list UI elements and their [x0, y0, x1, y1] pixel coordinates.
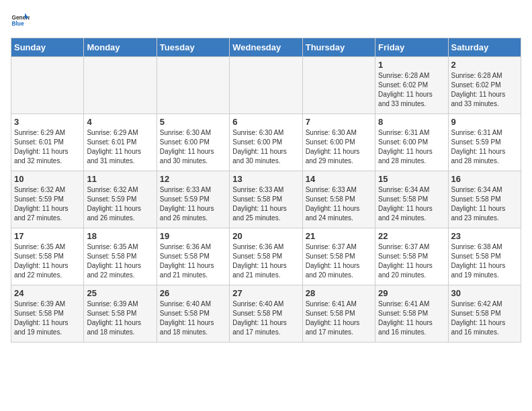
calendar-cell: 14Sunrise: 6:33 AM Sunset: 5:58 PM Dayli…	[302, 171, 375, 228]
day-info: Sunrise: 6:39 AM Sunset: 5:58 PM Dayligh…	[87, 300, 153, 337]
day-number: 21	[306, 231, 372, 241]
day-info: Sunrise: 6:36 AM Sunset: 5:58 PM Dayligh…	[160, 242, 226, 280]
calendar-cell: 29Sunrise: 6:41 AM Sunset: 5:58 PM Dayli…	[375, 285, 448, 342]
logo: GeneralBlue	[11, 11, 30, 30]
day-info: Sunrise: 6:40 AM Sunset: 5:58 PM Dayligh…	[160, 300, 226, 337]
day-info: Sunrise: 6:28 AM Sunset: 6:02 PM Dayligh…	[378, 71, 445, 109]
calendar-cell: 26Sunrise: 6:40 AM Sunset: 5:58 PM Dayli…	[157, 285, 229, 342]
weekday-header: Monday	[84, 38, 157, 57]
day-number: 25	[87, 288, 153, 298]
calendar-cell: 5Sunrise: 6:30 AM Sunset: 6:00 PM Daylig…	[157, 114, 229, 171]
day-number: 10	[14, 174, 81, 184]
weekday-header: Tuesday	[157, 38, 229, 57]
calendar-table: SundayMondayTuesdayWednesdayThursdayFrid…	[11, 38, 521, 342]
day-info: Sunrise: 6:32 AM Sunset: 5:59 PM Dayligh…	[14, 185, 81, 223]
calendar-cell	[157, 57, 229, 114]
calendar-cell: 6Sunrise: 6:30 AM Sunset: 6:00 PM Daylig…	[230, 114, 302, 171]
calendar-cell: 17Sunrise: 6:35 AM Sunset: 5:58 PM Dayli…	[11, 228, 84, 285]
day-info: Sunrise: 6:40 AM Sunset: 5:58 PM Dayligh…	[232, 300, 299, 337]
day-info: Sunrise: 6:41 AM Sunset: 5:58 PM Dayligh…	[378, 300, 445, 337]
day-info: Sunrise: 6:37 AM Sunset: 5:58 PM Dayligh…	[378, 242, 445, 280]
day-info: Sunrise: 6:41 AM Sunset: 5:58 PM Dayligh…	[306, 300, 372, 337]
day-number: 4	[87, 117, 153, 127]
weekday-header: Wednesday	[230, 38, 302, 57]
day-number: 19	[160, 231, 226, 241]
day-info: Sunrise: 6:39 AM Sunset: 5:58 PM Dayligh…	[14, 300, 81, 337]
calendar-cell: 15Sunrise: 6:34 AM Sunset: 5:58 PM Dayli…	[375, 171, 448, 228]
day-number: 7	[306, 117, 372, 127]
calendar-cell: 2Sunrise: 6:28 AM Sunset: 6:02 PM Daylig…	[448, 57, 521, 114]
day-info: Sunrise: 6:31 AM Sunset: 5:59 PM Dayligh…	[451, 128, 518, 166]
calendar-cell: 27Sunrise: 6:40 AM Sunset: 5:58 PM Dayli…	[230, 285, 302, 342]
svg-text:Blue: Blue	[11, 20, 24, 27]
day-number: 22	[378, 231, 445, 241]
day-number: 27	[232, 288, 299, 298]
day-number: 1	[378, 60, 445, 70]
day-info: Sunrise: 6:34 AM Sunset: 5:58 PM Dayligh…	[378, 185, 445, 223]
calendar-cell: 24Sunrise: 6:39 AM Sunset: 5:58 PM Dayli…	[11, 285, 84, 342]
day-info: Sunrise: 6:33 AM Sunset: 5:59 PM Dayligh…	[160, 185, 226, 223]
weekday-header-row: SundayMondayTuesdayWednesdayThursdayFrid…	[11, 38, 521, 57]
calendar-cell	[230, 57, 302, 114]
day-number: 17	[14, 231, 81, 241]
calendar-cell: 3Sunrise: 6:29 AM Sunset: 6:01 PM Daylig…	[11, 114, 84, 171]
calendar-cell: 23Sunrise: 6:38 AM Sunset: 5:58 PM Dayli…	[448, 228, 521, 285]
day-info: Sunrise: 6:31 AM Sunset: 6:00 PM Dayligh…	[378, 128, 445, 166]
calendar-week-row: 10Sunrise: 6:32 AM Sunset: 5:59 PM Dayli…	[11, 171, 521, 228]
day-number: 24	[14, 288, 81, 298]
day-number: 5	[160, 117, 226, 127]
calendar-cell: 9Sunrise: 6:31 AM Sunset: 5:59 PM Daylig…	[448, 114, 521, 171]
calendar-cell: 8Sunrise: 6:31 AM Sunset: 6:00 PM Daylig…	[375, 114, 448, 171]
day-number: 14	[306, 174, 372, 184]
calendar-cell: 13Sunrise: 6:33 AM Sunset: 5:58 PM Dayli…	[230, 171, 302, 228]
day-info: Sunrise: 6:30 AM Sunset: 6:00 PM Dayligh…	[232, 128, 299, 166]
calendar-cell: 25Sunrise: 6:39 AM Sunset: 5:58 PM Dayli…	[84, 285, 157, 342]
day-info: Sunrise: 6:28 AM Sunset: 6:02 PM Dayligh…	[451, 71, 518, 109]
day-number: 12	[160, 174, 226, 184]
calendar-cell: 20Sunrise: 6:36 AM Sunset: 5:58 PM Dayli…	[230, 228, 302, 285]
calendar-cell: 1Sunrise: 6:28 AM Sunset: 6:02 PM Daylig…	[375, 57, 448, 114]
day-number: 15	[378, 174, 445, 184]
day-number: 30	[451, 288, 518, 298]
calendar-cell	[84, 57, 157, 114]
calendar-cell	[11, 57, 84, 114]
day-number: 11	[87, 174, 153, 184]
calendar-cell: 22Sunrise: 6:37 AM Sunset: 5:58 PM Dayli…	[375, 228, 448, 285]
calendar-cell: 10Sunrise: 6:32 AM Sunset: 5:59 PM Dayli…	[11, 171, 84, 228]
day-info: Sunrise: 6:30 AM Sunset: 6:00 PM Dayligh…	[160, 128, 226, 166]
day-number: 3	[14, 117, 81, 127]
calendar-cell: 28Sunrise: 6:41 AM Sunset: 5:58 PM Dayli…	[302, 285, 375, 342]
day-info: Sunrise: 6:32 AM Sunset: 5:59 PM Dayligh…	[87, 185, 153, 223]
day-info: Sunrise: 6:29 AM Sunset: 6:01 PM Dayligh…	[14, 128, 81, 166]
day-number: 23	[451, 231, 518, 241]
logo-icon: GeneralBlue	[11, 11, 30, 30]
day-number: 16	[451, 174, 518, 184]
day-info: Sunrise: 6:42 AM Sunset: 5:58 PM Dayligh…	[451, 300, 518, 337]
header: GeneralBlue	[11, 11, 521, 30]
day-number: 18	[87, 231, 153, 241]
day-info: Sunrise: 6:29 AM Sunset: 6:01 PM Dayligh…	[87, 128, 153, 166]
day-info: Sunrise: 6:38 AM Sunset: 5:58 PM Dayligh…	[451, 242, 518, 280]
day-info: Sunrise: 6:36 AM Sunset: 5:58 PM Dayligh…	[232, 242, 299, 280]
calendar-cell: 7Sunrise: 6:30 AM Sunset: 6:00 PM Daylig…	[302, 114, 375, 171]
calendar-week-row: 24Sunrise: 6:39 AM Sunset: 5:58 PM Dayli…	[11, 285, 521, 342]
day-number: 29	[378, 288, 445, 298]
calendar-week-row: 3Sunrise: 6:29 AM Sunset: 6:01 PM Daylig…	[11, 114, 521, 171]
day-number: 13	[232, 174, 299, 184]
weekday-header: Sunday	[11, 38, 84, 57]
day-number: 28	[306, 288, 372, 298]
calendar-week-row: 1Sunrise: 6:28 AM Sunset: 6:02 PM Daylig…	[11, 57, 521, 114]
day-info: Sunrise: 6:35 AM Sunset: 5:58 PM Dayligh…	[14, 242, 81, 280]
calendar-cell: 18Sunrise: 6:35 AM Sunset: 5:58 PM Dayli…	[84, 228, 157, 285]
day-number: 2	[451, 60, 518, 70]
day-number: 26	[160, 288, 226, 298]
day-number: 9	[451, 117, 518, 127]
calendar-cell: 11Sunrise: 6:32 AM Sunset: 5:59 PM Dayli…	[84, 171, 157, 228]
calendar-cell: 16Sunrise: 6:34 AM Sunset: 5:58 PM Dayli…	[448, 171, 521, 228]
calendar-cell: 19Sunrise: 6:36 AM Sunset: 5:58 PM Dayli…	[157, 228, 229, 285]
calendar-week-row: 17Sunrise: 6:35 AM Sunset: 5:58 PM Dayli…	[11, 228, 521, 285]
day-number: 8	[378, 117, 445, 127]
weekday-header: Thursday	[302, 38, 375, 57]
calendar-cell: 21Sunrise: 6:37 AM Sunset: 5:58 PM Dayli…	[302, 228, 375, 285]
day-info: Sunrise: 6:33 AM Sunset: 5:58 PM Dayligh…	[306, 185, 372, 223]
